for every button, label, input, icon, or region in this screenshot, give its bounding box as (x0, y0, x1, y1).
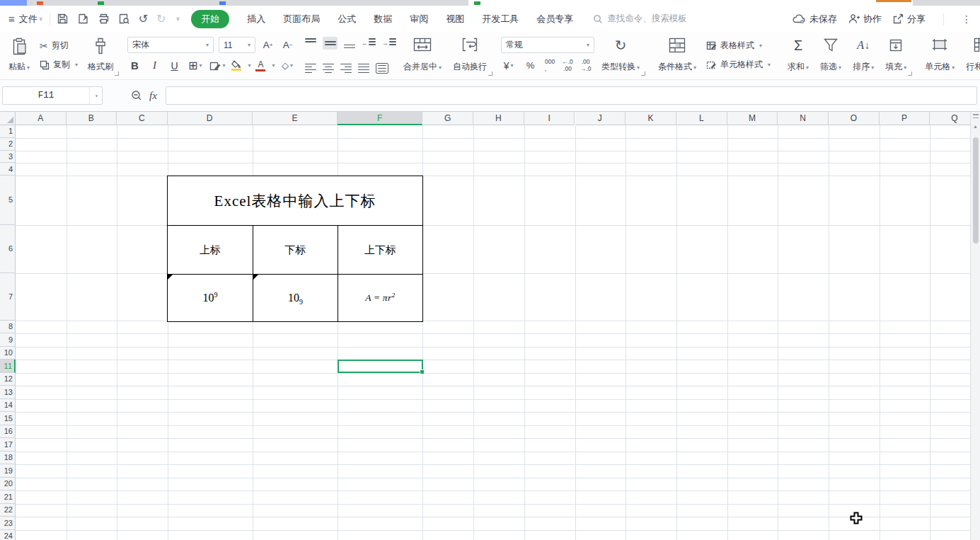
row-header-20[interactable]: 20 (0, 478, 16, 491)
collaborate-button[interactable]: 协作 (848, 13, 882, 25)
ribbon-tab-2[interactable]: 插入 (247, 13, 265, 25)
row-header-16[interactable]: 16 (0, 425, 16, 439)
file-caret-icon[interactable]: ∨ (39, 16, 43, 22)
row-header-2[interactable]: 2 (0, 138, 16, 151)
underline-button[interactable]: U (167, 57, 182, 74)
save-icon[interactable] (57, 13, 69, 25)
row-header-21[interactable]: 21 (0, 490, 16, 504)
undo-icon[interactable]: ↺ (139, 13, 148, 25)
row-header-10[interactable]: 10 (0, 347, 16, 360)
scroll-up-icon[interactable]: ▲ (971, 124, 980, 129)
align-top-icon[interactable] (305, 38, 316, 48)
select-all-corner[interactable] (0, 112, 16, 125)
content-table[interactable]: Excel表格中输入上下标 上标 下标 上下标 109 109 A = πr2 (167, 176, 423, 322)
row-header-22[interactable]: 22 (0, 504, 16, 517)
table-header-cell[interactable]: 上标 (168, 226, 253, 274)
scrollbar-thumb[interactable] (973, 137, 979, 243)
equation-value-cell[interactable]: A = πr2 (338, 275, 422, 321)
splitter-handle[interactable] (973, 114, 979, 115)
percent-button[interactable]: % (523, 57, 538, 74)
align-bottom-icon[interactable] (344, 38, 355, 48)
column-header-A[interactable]: A (16, 112, 67, 125)
number-format-select[interactable]: 常规▾ (501, 37, 594, 53)
column-header-H[interactable]: H (473, 112, 524, 125)
row-header-19[interactable]: 19 (0, 464, 16, 478)
bold-button[interactable]: B (127, 57, 142, 74)
align-center-icon[interactable] (323, 64, 334, 74)
fill-color-button[interactable] (231, 57, 241, 74)
column-header-O[interactable]: O (829, 112, 880, 125)
column-header-N[interactable]: N (778, 112, 829, 125)
increase-font-button[interactable]: A+ (260, 37, 275, 53)
ribbon-tab-6[interactable]: 审阅 (410, 13, 428, 25)
sum-button[interactable]: Σ 求和▾ (783, 35, 813, 75)
filter-button[interactable]: 筛选▾ (816, 35, 846, 75)
selected-cell-F11[interactable] (338, 360, 423, 373)
alignment-dialog-launcher[interactable] (488, 71, 492, 76)
fill-handle[interactable] (420, 369, 425, 374)
command-search[interactable]: 查找命令、搜索模板 (593, 13, 687, 25)
fill-color-caret-icon[interactable]: ▾ (248, 62, 250, 69)
print-preview-icon[interactable] (118, 13, 130, 25)
row-header-4[interactable]: 4 (0, 163, 16, 176)
quickbar-more-icon[interactable]: ∨ (175, 16, 180, 22)
decrease-font-button[interactable]: A− (280, 37, 295, 53)
ribbon-tab-7[interactable]: 视图 (446, 13, 464, 25)
justify-icon[interactable] (358, 64, 369, 74)
export-icon[interactable] (77, 13, 89, 25)
cell-style-button[interactable]: 单元格样式 ▾ (703, 56, 773, 74)
row-header-3[interactable]: 3 (0, 151, 16, 163)
column-header-L[interactable]: L (676, 112, 727, 125)
row-header-13[interactable]: 13 (0, 386, 16, 399)
name-box[interactable]: F11 ▾ (2, 86, 103, 105)
file-menu[interactable]: 文件 (19, 13, 38, 25)
table-header-cell[interactable]: 下标 (253, 226, 338, 274)
column-header-Q[interactable]: Q (930, 112, 970, 125)
clear-button[interactable]: ◇▾ (280, 57, 295, 74)
font-name-select[interactable]: 宋体▾ (127, 37, 214, 53)
column-header-D[interactable]: D (168, 112, 253, 125)
row-header-11[interactable]: 11 (0, 360, 16, 373)
increase-decimal-button[interactable]: ←.0.00 (562, 57, 573, 74)
row-header-18[interactable]: 18 (0, 452, 16, 465)
column-header-G[interactable]: G (422, 112, 473, 125)
vertical-scrollbar[interactable]: ▲ (970, 112, 980, 540)
print-icon[interactable] (98, 13, 110, 25)
ribbon-tab-3[interactable]: 页面布局 (283, 13, 320, 25)
share-button[interactable]: 分享 (893, 13, 926, 25)
table-title-cell[interactable]: Excel表格中输入上下标 (168, 176, 422, 225)
superscript-value-cell[interactable]: 109 (168, 275, 253, 321)
sort-button[interactable]: A↓ 排序▾ (848, 35, 878, 75)
currency-button[interactable]: ¥▾ (501, 57, 516, 74)
column-header-P[interactable]: P (880, 112, 930, 125)
align-middle-icon[interactable] (323, 37, 338, 50)
insert-function-icon[interactable]: fx (149, 90, 157, 102)
row-header-23[interactable]: 23 (0, 517, 16, 530)
decrease-indent-icon[interactable]: ← (362, 38, 376, 48)
sheet-grid[interactable]: ABCDEFGHIJKLMNOPQ 1234567891011121314151… (0, 112, 970, 540)
thousands-separator-button[interactable]: 000, (545, 57, 555, 74)
row-header-8[interactable]: 8 (0, 321, 16, 334)
increase-indent-icon[interactable]: → (382, 38, 396, 48)
copy-button[interactable]: 复制 ▾ (37, 56, 81, 74)
column-header-F[interactable]: F (338, 112, 422, 125)
hamburger-icon[interactable]: ≡ (8, 13, 15, 25)
table-style-button[interactable]: 表格样式 ▾ (703, 37, 773, 54)
ribbon-tab-8[interactable]: 开发工具 (482, 13, 519, 25)
borders-button[interactable]: ⊞▾ (187, 57, 203, 74)
rows-cols-button[interactable]: 行和列▾ (962, 35, 980, 75)
row-header-1[interactable]: 1 (0, 125, 16, 138)
column-header-M[interactable]: M (727, 112, 778, 125)
text-orientation-icon[interactable] (376, 63, 388, 74)
splitter-handle[interactable] (973, 117, 979, 119)
column-header-K[interactable]: K (626, 112, 676, 125)
editing-dialog-launcher[interactable] (908, 71, 912, 76)
ribbon-tab-4[interactable]: 公式 (338, 13, 356, 25)
font-size-select[interactable]: 11▾ (219, 37, 255, 53)
window-tab-strip[interactable] (0, 0, 980, 6)
cut-button[interactable]: ✂ 剪切 (37, 37, 81, 54)
clipboard-dialog-launcher[interactable] (115, 71, 119, 76)
conditional-format-button[interactable]: 条件格式▾ (654, 35, 701, 75)
column-header-B[interactable]: B (67, 112, 117, 125)
row-header-24[interactable]: 24 (0, 530, 16, 540)
